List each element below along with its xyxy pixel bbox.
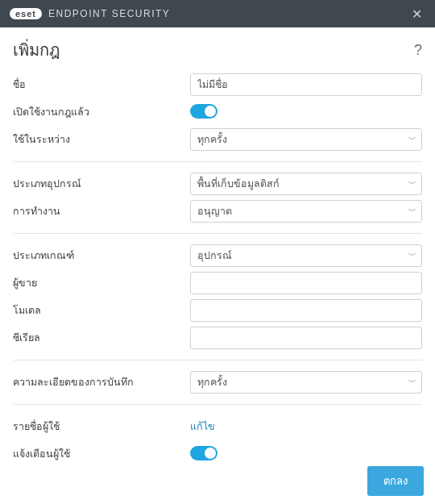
separator bbox=[13, 404, 422, 405]
ok-button[interactable]: ตกลง bbox=[367, 466, 424, 496]
criteria-type-select[interactable]: อุปกรณ์ ﹀ bbox=[190, 244, 422, 267]
log-severity-value: ทุกครั้ง bbox=[197, 374, 227, 390]
product-name: ENDPOINT SECURITY bbox=[48, 8, 170, 19]
enabled-toggle[interactable] bbox=[190, 104, 218, 119]
user-list-edit-link[interactable]: แก้ไข bbox=[190, 421, 215, 432]
device-type-value: พื้นที่เก็บข้อมูลดิสก์ bbox=[197, 176, 280, 192]
notify-user-label: แจ้งเตือนผู้ใช้ bbox=[13, 446, 190, 462]
footer: ตกลง bbox=[367, 466, 424, 496]
separator bbox=[13, 161, 422, 162]
chevron-down-icon: ﹀ bbox=[408, 206, 416, 217]
user-list-label: รายชื่อผู้ใช้ bbox=[13, 419, 190, 435]
device-type-label: ประเภทอุปกรณ์ bbox=[13, 176, 190, 192]
separator bbox=[13, 360, 422, 360]
chevron-down-icon: ﹀ bbox=[408, 178, 416, 190]
log-severity-label: ความละเอียดของการบันทึก bbox=[13, 374, 190, 390]
page-title: เพิ่มกฎ bbox=[13, 37, 60, 63]
log-severity-select[interactable]: ทุกครั้ง ﹀ bbox=[190, 371, 422, 394]
action-label: การทำงาน bbox=[13, 203, 190, 219]
action-select[interactable]: อนุญาต ﹀ bbox=[190, 200, 422, 223]
apply-during-select[interactable]: ทุกครั้ง ﹀ bbox=[190, 128, 422, 151]
name-input[interactable] bbox=[190, 73, 422, 96]
chevron-down-icon: ﹀ bbox=[408, 134, 416, 145]
enabled-label: เปิดใช้งานกฎแล้ว bbox=[13, 104, 190, 120]
eset-logo: eset bbox=[10, 8, 42, 19]
action-value: อนุญาต bbox=[197, 203, 232, 219]
name-label: ชื่อ bbox=[13, 77, 190, 93]
vendor-label: ผู้ขาย bbox=[13, 275, 190, 291]
chevron-down-icon: ﹀ bbox=[408, 250, 416, 261]
serial-input[interactable] bbox=[190, 327, 422, 349]
apply-during-label: ใช้ในระหว่าง bbox=[13, 131, 190, 148]
criteria-type-value: อุปกรณ์ bbox=[197, 248, 232, 264]
help-icon[interactable]: ? bbox=[414, 42, 422, 59]
close-icon[interactable]: ✕ bbox=[408, 6, 425, 22]
separator bbox=[13, 233, 422, 234]
vendor-input[interactable] bbox=[190, 272, 422, 294]
notify-user-toggle[interactable] bbox=[190, 446, 218, 460]
serial-label: ซีเรียล bbox=[13, 330, 190, 346]
model-label: โมเดล bbox=[13, 302, 190, 319]
titlebar: eset ENDPOINT SECURITY ✕ bbox=[0, 0, 435, 27]
content-area: เพิ่มกฎ ? ชื่อ เปิดใช้งานกฎแล้ว ใช้ในระห… bbox=[0, 27, 435, 476]
apply-during-value: ทุกครั้ง bbox=[197, 131, 227, 148]
chevron-down-icon: ﹀ bbox=[408, 377, 416, 388]
model-input[interactable] bbox=[190, 299, 422, 322]
criteria-type-label: ประเภทเกณฑ์ bbox=[13, 248, 190, 264]
device-type-select[interactable]: พื้นที่เก็บข้อมูลดิสก์ ﹀ bbox=[190, 173, 422, 195]
